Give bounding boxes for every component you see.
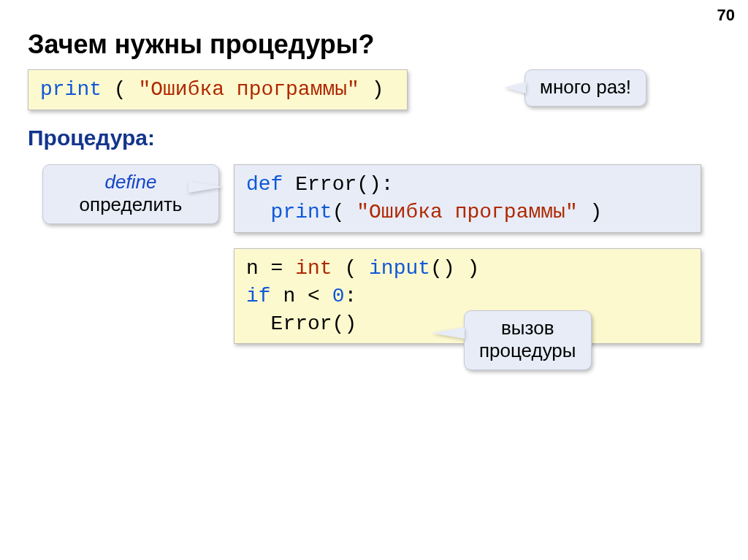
subheading-procedure: Процедура:: [28, 126, 155, 150]
token-if: if: [246, 285, 271, 307]
callout-call-pointer: [431, 327, 465, 339]
callout-many-times: много раз!: [524, 69, 646, 107]
token-p3: (: [332, 257, 369, 280]
token-indent3: [246, 312, 271, 335]
page-number: 70: [717, 6, 735, 25]
token-paren: (: [102, 78, 138, 101]
callout-call-line2: процедуры: [479, 340, 576, 362]
callout-call-line1: вызов: [479, 317, 576, 340]
token-cond: n <: [271, 285, 332, 307]
callout-many-pointer: [504, 82, 526, 93]
callout-define-en: define: [58, 171, 204, 193]
code-box-print-error: print ( "Ошибка программы" ): [28, 69, 408, 110]
token-paren2c: ): [578, 201, 603, 223]
token-n-eq: n =: [246, 257, 295, 280]
token-paren2: (: [332, 201, 357, 223]
token-indent: [246, 201, 271, 223]
callout-define-pointer: [188, 181, 224, 193]
token-int: int: [295, 257, 332, 280]
token-string: "Ошибка программы": [138, 78, 359, 101]
slide: 70 Зачем нужны процедуры? print ( "Ошибк…: [0, 0, 748, 560]
callout-define-ru: определить: [58, 193, 204, 216]
callout-text: много раз!: [540, 76, 631, 99]
callout-procedure-call: вызов процедуры: [464, 310, 592, 370]
token-error-decl: Error():: [283, 173, 393, 196]
token-p3c: () ): [430, 257, 479, 280]
slide-title: Зачем нужны процедуры?: [28, 29, 374, 60]
token-colon: :: [344, 285, 356, 307]
code-box-def-error: def Error(): print( "Ошибка программы" ): [234, 164, 701, 233]
token-print2: print: [271, 201, 332, 223]
token-def: def: [246, 173, 283, 196]
callout-define: define определить: [42, 164, 219, 224]
token-error-call: Error(): [271, 312, 357, 335]
token-string2: "Ошибка программы": [356, 201, 577, 223]
token-input: input: [369, 257, 430, 280]
token-paren-close: ): [359, 78, 384, 101]
token-zero: 0: [332, 285, 345, 307]
token-print: print: [40, 78, 102, 101]
